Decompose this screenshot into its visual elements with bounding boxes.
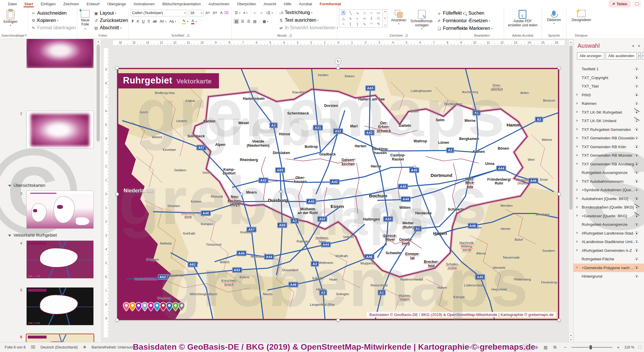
slide-thumbnail-5[interactable]: 5 bbox=[0, 287, 101, 325]
slide-counter[interactable]: Folie 6 von 6 bbox=[5, 345, 26, 349]
selection-item[interactable]: Ruhrgebiet-Fläche bbox=[573, 255, 644, 264]
slide-canvas[interactable]: ↻ bbox=[117, 68, 559, 320]
text-direction-button[interactable]: ↓ATextrichtung▾ bbox=[278, 9, 339, 16]
fit-to-window-icon[interactable]: ⛶ bbox=[638, 345, 641, 350]
shape-glyph[interactable]: { bbox=[350, 22, 351, 26]
tab-übergänge[interactable]: Übergänge bbox=[103, 0, 130, 8]
expand-triangle-icon[interactable] bbox=[576, 119, 580, 122]
shapes-gallery-scroll[interactable]: ▲▼⊻ bbox=[383, 9, 387, 28]
shape-glyph[interactable]: ▭ bbox=[377, 11, 380, 15]
selection-item[interactable]: Textfeld 1 bbox=[573, 65, 644, 74]
selection-item[interactable]: Hintergrund bbox=[573, 272, 644, 281]
previous-slide-button[interactable]: ▲ bbox=[569, 333, 573, 337]
clear-formatting-button[interactable]: A⌫ bbox=[219, 10, 230, 16]
shape-glyph[interactable]: ✎ bbox=[377, 22, 380, 26]
visibility-eye-off-icon[interactable] bbox=[634, 119, 639, 122]
character-spacing-button[interactable]: AV▾ bbox=[158, 19, 167, 24]
spellcheck-icon[interactable]: ⌧ bbox=[31, 345, 35, 349]
tab-bildschirmpräsentation[interactable]: Bildschirmpräsentation bbox=[158, 0, 205, 8]
show-all-button[interactable]: Alle anzeigen bbox=[577, 52, 604, 59]
shape-glyph[interactable]: ╲ bbox=[349, 11, 351, 15]
visibility-eye-icon[interactable] bbox=[634, 249, 639, 252]
selection-item[interactable]: PINS bbox=[573, 91, 644, 100]
selection-item[interactable]: +Gewässer [Quelle: BKG] bbox=[573, 212, 644, 221]
change-case-button[interactable]: Aa▾ bbox=[168, 19, 177, 24]
selection-item[interactable]: TXT Gemeinden RB Düsseldorf bbox=[573, 134, 644, 143]
ruhrgebiet-map-object[interactable]: grebe maps Ruhrgebiet Vektorkarte Nieder… bbox=[117, 68, 559, 320]
slide-thumbnail-image[interactable] bbox=[26, 334, 94, 342]
select-button[interactable]: ➢Markieren▾ bbox=[462, 25, 494, 32]
copy-button[interactable]: ⧉Kopieren▾ bbox=[30, 17, 77, 24]
slide-thumbnail-2[interactable]: 2 bbox=[0, 111, 101, 149]
selection-item[interactable]: #Ruhrgebiet Landkreise-Stad... bbox=[573, 229, 644, 238]
font-name-select[interactable]: Calibri (Textkörper)▾ bbox=[131, 10, 187, 16]
shape-glyph[interactable]: ⇩ bbox=[370, 16, 373, 20]
selection-item[interactable]: TXT_Titel bbox=[573, 82, 644, 91]
shape-glyph[interactable]: △ bbox=[342, 16, 345, 20]
expand-triangle-icon[interactable] bbox=[576, 93, 580, 96]
grow-font-button[interactable]: A˄ bbox=[204, 10, 211, 16]
visibility-eye-icon[interactable] bbox=[634, 163, 639, 165]
highlight-color-button[interactable]: ✎▾ bbox=[181, 18, 189, 25]
zoom-out-button[interactable]: − bbox=[564, 345, 567, 350]
resize-handle-w[interactable] bbox=[115, 192, 119, 196]
tab-formformat[interactable]: Formformat bbox=[316, 0, 345, 8]
expand-triangle-icon[interactable] bbox=[576, 180, 580, 183]
shape-glyph[interactable]: ∿ bbox=[363, 22, 366, 26]
expand-triangle-icon[interactable] bbox=[576, 232, 580, 235]
layout-button[interactable]: ▣Layout▾ bbox=[93, 10, 129, 16]
selection-item[interactable]: TXT_Copyright bbox=[573, 74, 644, 82]
visibility-eye-icon[interactable] bbox=[634, 258, 639, 261]
tab-überprüfen[interactable]: Überprüfen bbox=[233, 0, 260, 8]
shrink-font-button[interactable]: A˅ bbox=[212, 10, 218, 16]
scroll-up-icon[interactable]: ▲ bbox=[569, 40, 573, 45]
clipboard-dialog-launcher[interactable] bbox=[26, 34, 27, 37]
shape-glyph[interactable]: ☆ bbox=[342, 22, 345, 26]
shape-glyph[interactable]: } bbox=[357, 22, 358, 26]
slide-thumbnail-image[interactable] bbox=[26, 39, 94, 68]
visibility-eye-icon[interactable] bbox=[634, 275, 639, 278]
decrease-indent-button[interactable]: ⇤ bbox=[253, 10, 258, 16]
visibility-eye-icon[interactable] bbox=[634, 232, 639, 235]
selection-item[interactable]: Ruhrgebiet-Aussengrenze bbox=[573, 220, 644, 229]
expand-triangle-icon[interactable] bbox=[576, 266, 580, 269]
move-up-button[interactable]: ˄ bbox=[638, 52, 640, 59]
selection-item[interactable]: TXT Gemeinden RB Münster bbox=[573, 151, 644, 160]
expand-triangle-icon[interactable] bbox=[576, 189, 580, 192]
shape-glyph[interactable]: ↳ bbox=[349, 16, 352, 20]
slide-thumbnail-3[interactable]: 3 bbox=[0, 191, 101, 229]
selection-item[interactable]: TXT LK-SK Umland bbox=[573, 117, 644, 125]
selection-item[interactable]: TXT Gemeinden RB Arnsberg bbox=[573, 160, 644, 169]
paragraph-dialog-launcher[interactable] bbox=[289, 34, 292, 37]
tab-acrobat[interactable]: Acrobat bbox=[295, 0, 316, 8]
share-button[interactable]: ➔Teilen bbox=[609, 1, 631, 7]
resize-handle-nw[interactable] bbox=[115, 66, 119, 70]
tab-hilfe[interactable]: Hilfe bbox=[280, 0, 295, 8]
bold-button[interactable]: F bbox=[131, 19, 135, 24]
tab-aufzeichnen[interactable]: Aufzeichnen bbox=[205, 0, 233, 8]
slide-thumbnail-image[interactable] bbox=[26, 287, 94, 325]
design-ideas-button[interactable]: Designideen bbox=[570, 9, 593, 23]
accessibility-status[interactable]: Barrierefreiheit: Untersuchen bbox=[92, 345, 138, 349]
visibility-eye-icon[interactable] bbox=[634, 154, 639, 157]
shape-glyph[interactable]: ◠ bbox=[370, 22, 373, 26]
next-slide-button[interactable]: ▼ bbox=[569, 337, 573, 342]
selection-item[interactable]: Autobahnen [Quelle: BKG] bbox=[573, 194, 644, 203]
visibility-eye-icon[interactable] bbox=[634, 68, 639, 71]
canvas-scrollbar[interactable]: ▲ ▲ ▼ bbox=[569, 40, 573, 342]
font-dialog-launcher[interactable] bbox=[186, 34, 189, 37]
expand-triangle-icon[interactable] bbox=[576, 240, 580, 243]
adobe-pdf-button[interactable]: Adobe PDFerstellen und teilen bbox=[506, 9, 539, 28]
move-down-button[interactable]: ˅ bbox=[642, 52, 644, 59]
visibility-eye-icon[interactable] bbox=[634, 128, 639, 131]
find-button[interactable]: Suchen bbox=[462, 10, 494, 16]
dictate-button[interactable]: Diktieren▾ bbox=[545, 9, 563, 25]
expand-triangle-icon[interactable] bbox=[576, 163, 580, 165]
slide-thumbnail-4[interactable]: 4 bbox=[0, 240, 101, 278]
shape-glyph[interactable]: ○ bbox=[370, 11, 372, 15]
convert-smartart-button[interactable]: ⇄In SmartArt konvertieren▾ bbox=[278, 25, 339, 31]
increase-indent-button[interactable]: ⇥ bbox=[258, 10, 264, 16]
expand-triangle-icon[interactable] bbox=[576, 137, 580, 140]
drawing-dialog-launcher[interactable] bbox=[405, 34, 407, 37]
resize-handle-sw[interactable] bbox=[115, 318, 119, 322]
